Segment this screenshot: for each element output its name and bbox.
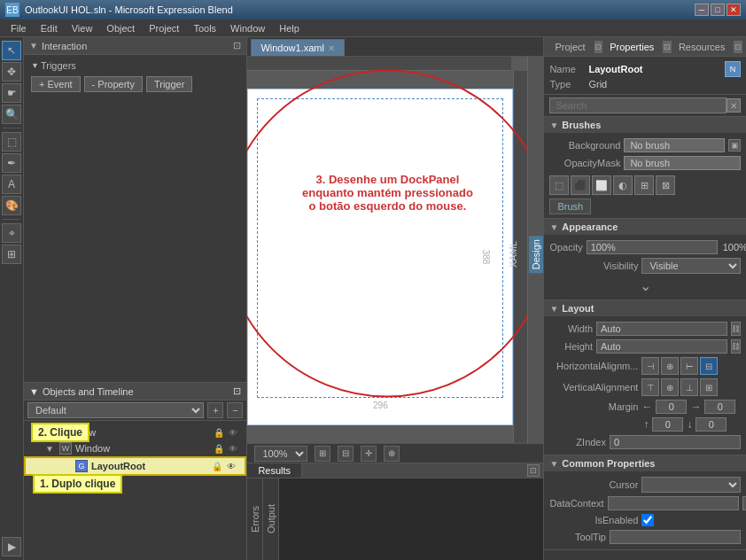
- tooltip-input[interactable]: [610, 530, 741, 544]
- width-chain-icon[interactable]: ⛓: [731, 322, 741, 336]
- right-tab-resources-icon[interactable]: ⊡: [734, 41, 742, 53]
- opacity-input[interactable]: [587, 240, 718, 254]
- tool-pen[interactable]: ✒: [2, 153, 21, 173]
- results-tab[interactable]: Results: [247, 463, 302, 478]
- tool-select[interactable]: ↖: [2, 41, 21, 60]
- is-enabled-checkbox[interactable]: [641, 514, 654, 526]
- right-tab-properties-icon[interactable]: ⊡: [663, 41, 672, 53]
- margin-right-input[interactable]: 0: [704, 400, 735, 414]
- h-align-center[interactable]: ⊕: [661, 357, 679, 375]
- menu-edit[interactable]: Edit: [34, 21, 65, 35]
- menu-object[interactable]: Object: [99, 21, 142, 35]
- tree-item-window-1[interactable]: ▼ W Window 🔒 👁 2. Clique: [24, 424, 246, 440]
- brush-icon-4[interactable]: ◐: [613, 175, 633, 195]
- canvas-tab[interactable]: Window1.xaml ✕: [251, 39, 345, 56]
- tool-pointer[interactable]: ☛: [2, 83, 21, 103]
- brush-icon-3[interactable]: ⬜: [592, 175, 611, 195]
- data-context-new-button[interactable]: New: [742, 496, 746, 510]
- maximize-button[interactable]: □: [711, 4, 725, 16]
- margin-top-input[interactable]: [652, 417, 683, 432]
- tool-eyedropper[interactable]: ⌖: [2, 223, 21, 243]
- pan-button[interactable]: ⊕: [384, 446, 400, 462]
- right-tab-properties[interactable]: Properties: [602, 40, 661, 54]
- visibility-select[interactable]: Visible: [641, 258, 741, 274]
- tree-lock-icon[interactable]: 🔒: [213, 426, 225, 439]
- zoom-select[interactable]: 100%: [254, 446, 307, 462]
- objects-scope-select[interactable]: Default: [27, 402, 204, 418]
- layout-section-header[interactable]: ▼ Layout: [544, 300, 746, 316]
- objects-panel-header[interactable]: ▼ Objects and Timeline ⊡: [24, 383, 246, 401]
- expand-icon[interactable]: ⊡: [233, 40, 241, 51]
- design-tab[interactable]: Design: [529, 236, 543, 273]
- brush-icon-1[interactable]: ⬚: [549, 175, 569, 195]
- brush-icon-6[interactable]: ⊠: [656, 175, 675, 195]
- background-brush-btn[interactable]: ▣: [728, 139, 741, 152]
- h-align-left[interactable]: ⊣: [641, 357, 659, 375]
- data-context-input[interactable]: [608, 496, 739, 510]
- add-event-button[interactable]: + Event: [31, 76, 81, 92]
- brush-add-button[interactable]: Brush: [549, 198, 591, 214]
- tool-rectangle[interactable]: ⬚: [2, 132, 21, 152]
- snap-button[interactable]: ✛: [361, 446, 377, 462]
- design-canvas[interactable]: 296 388: [247, 89, 513, 425]
- zoom-fit-button[interactable]: ⊞: [315, 446, 330, 462]
- h-align-stretch[interactable]: ⊟: [700, 357, 718, 375]
- search-clear-button[interactable]: ✕: [727, 98, 741, 113]
- v-align-middle[interactable]: ⊕: [661, 378, 679, 396]
- width-input[interactable]: [596, 322, 727, 336]
- right-tabs: Project ⊡ Properties ⊡ Resources ⊡: [544, 37, 746, 57]
- tree-eye-icon[interactable]: 👁: [227, 426, 239, 439]
- v-align-stretch[interactable]: ⊞: [700, 378, 718, 396]
- right-tab-project[interactable]: Project: [548, 40, 592, 54]
- height-chain-icon[interactable]: ⛓: [731, 339, 741, 354]
- grid-toggle-button[interactable]: ⊟: [338, 446, 354, 462]
- v-align-top[interactable]: ⊤: [641, 378, 659, 396]
- remove-property-button[interactable]: - Property: [84, 76, 143, 92]
- tree-eye-icon-2[interactable]: 👁: [227, 442, 239, 455]
- xaml-tab[interactable]: XAML: [506, 237, 520, 271]
- tool-expand[interactable]: ▶: [2, 537, 21, 556]
- cursor-select[interactable]: [641, 477, 741, 493]
- h-align-right[interactable]: ⊢: [680, 357, 698, 375]
- objects-remove-button[interactable]: −: [227, 402, 243, 418]
- type-value: Grid: [588, 79, 607, 89]
- height-input[interactable]: [596, 339, 727, 354]
- common-props-header[interactable]: ▼ Common Properties: [544, 455, 746, 471]
- tool-text[interactable]: A: [2, 175, 21, 194]
- interaction-panel-header[interactable]: ▼ Interaction ⊡: [24, 37, 246, 55]
- brush-icon-2[interactable]: ⬛: [571, 175, 590, 195]
- canvas-scroll[interactable]: 296 388 3. Desenhe um DockPanel enquanto…: [247, 57, 527, 443]
- tool-paint[interactable]: 🎨: [2, 196, 21, 215]
- tree-lock-icon-3[interactable]: 🔒: [211, 460, 223, 472]
- objects-add-button[interactable]: +: [207, 402, 223, 418]
- brush-icon-5[interactable]: ⊞: [634, 175, 654, 195]
- results-expand-icon[interactable]: ⊡: [527, 464, 540, 477]
- tool-zoom[interactable]: 🔍: [2, 105, 21, 124]
- brushes-section-header[interactable]: ▼ Brushes: [544, 117, 746, 133]
- right-tab-resources[interactable]: Resources: [672, 40, 733, 54]
- appearance-section-header[interactable]: ▼ Appearance: [544, 219, 746, 235]
- v-align-bottom[interactable]: ⊥: [680, 378, 698, 396]
- tree-item-layout-root[interactable]: G LayoutRoot 🔒 👁 1. Duplo clique: [24, 456, 246, 476]
- minimize-button[interactable]: ─: [695, 4, 709, 16]
- menu-file[interactable]: File: [4, 21, 34, 35]
- tool-move[interactable]: ✥: [2, 62, 21, 82]
- zindex-input[interactable]: [610, 435, 741, 449]
- objects-expand-icon[interactable]: ⊡: [233, 385, 241, 397]
- menu-view[interactable]: View: [65, 21, 100, 35]
- tree-lock-icon-2[interactable]: 🔒: [213, 442, 225, 455]
- menu-project[interactable]: Project: [142, 21, 186, 35]
- tree-eye-icon-3[interactable]: 👁: [225, 460, 237, 472]
- tree-item-window-2[interactable]: ▼ W Window 🔒 👁: [24, 440, 246, 456]
- trigger-button[interactable]: Trigger: [146, 76, 192, 92]
- menu-help[interactable]: Help: [272, 21, 307, 35]
- right-tab-project-icon[interactable]: ⊡: [594, 41, 603, 53]
- search-input[interactable]: [549, 97, 727, 113]
- menu-window[interactable]: Window: [223, 21, 272, 35]
- margin-left-input[interactable]: 0: [656, 400, 687, 414]
- menu-tools[interactable]: Tools: [186, 21, 223, 35]
- close-button[interactable]: ✕: [727, 4, 741, 16]
- tab-close-icon[interactable]: ✕: [328, 43, 335, 53]
- margin-bottom-input[interactable]: [695, 417, 727, 432]
- tool-transform[interactable]: ⊞: [2, 245, 21, 264]
